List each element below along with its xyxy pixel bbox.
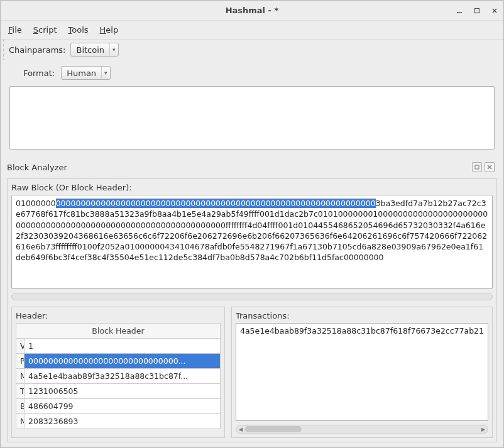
window-title: Hashmal - * [226,6,279,15]
format-combo[interactable]: Human ▾ [61,66,110,80]
dock-controls [472,162,495,172]
header-value: 2083236893 [25,414,221,429]
table-row[interactable]: Bits486604799 [16,399,221,414]
maximize-icon [474,8,480,14]
header-panel: Header: Block Header Version1PrevBlockHa… [11,307,225,438]
svg-rect-1 [475,8,479,13]
header-panel-label: Header: [16,311,221,320]
scroll-right-icon[interactable]: ▶ [479,425,488,433]
transactions-scrollbar[interactable]: ◀ ▶ [236,425,488,434]
raw-block-label: Raw Block (Or Block Header): [11,183,493,192]
header-value: 4a5e1e4baab89f3a32518a88c31bc87f... [25,369,221,384]
header-key: Time [16,384,25,399]
toolbar: Chainparams: Bitcoin ▾ [3,40,503,60]
menu-file[interactable]: File [8,25,22,35]
titlebar: Hashmal - * [1,1,503,21]
transactions-list[interactable]: 4a5e1e4baab89f3a32518a88c31bc87f618f7667… [236,323,488,421]
close-icon [487,165,492,170]
scroll-left-icon[interactable]: ◀ [236,425,245,433]
block-analyzer-header: Block Analyzer [6,161,498,175]
table-row[interactable]: Nonce2083236893 [16,414,221,429]
window-controls [454,1,500,20]
raw-post: 3ba3edfd7a7b12b27ac72c3e67768f617fc81bc3… [16,199,488,262]
maximize-button[interactable] [472,6,482,16]
dock-close-button[interactable] [485,162,495,172]
header-key: Nonce [16,414,25,429]
header-key: Version [16,339,25,354]
transaction-item[interactable]: 4a5e1e4baab89f3a32518a88c31bc87f618f7667… [240,326,484,336]
scroll-thumb[interactable] [245,426,302,432]
block-analyzer-label: Block Analyzer [7,163,67,172]
content-area: Format: Human ▾ Block Analyzer Raw Block… [1,60,503,447]
format-row: Format: Human ▾ [6,63,498,82]
block-header-caption: Block Header [16,324,221,339]
menu-tools[interactable]: Tools [68,25,89,35]
format-label: Format: [23,68,55,78]
chevron-down-icon: ▾ [101,67,107,79]
chainparams-value: Bitcoin [76,45,104,55]
app-window: Hashmal - * File Script Tools Help Chain… [0,0,504,448]
header-key: Bits [16,399,25,414]
header-value: 486604799 [25,399,221,414]
header-value: 1231006505 [25,384,221,399]
chevron-down-icon: ▾ [109,43,116,56]
table-row[interactable]: Version1 [16,339,221,354]
close-icon [491,8,498,14]
chainparams-label: Chainparams: [9,45,65,55]
close-button[interactable] [490,6,500,16]
raw-selected: 0000000000000000000000000000000000000000… [56,199,376,208]
svg-rect-4 [475,165,479,169]
table-row[interactable]: Time1231006505 [16,384,221,399]
chainparams-combo[interactable]: Bitcoin ▾ [70,43,118,57]
header-key: MerkleRootHash [16,369,25,384]
header-key: PrevBlockHash [16,354,25,369]
raw-block-scrollbar[interactable] [11,293,493,300]
minimize-icon [456,8,463,14]
raw-pre: 01000000 [16,199,56,208]
header-value: 000000000000000000000000000000... [25,354,221,369]
transactions-label: Transactions: [236,311,488,320]
menu-script[interactable]: Script [33,25,57,35]
dock-float-button[interactable] [472,162,482,172]
table-row[interactable]: PrevBlockHash000000000000000000000000000… [16,354,221,369]
table-row[interactable]: MerkleRootHash4a5e1e4baab89f3a32518a88c3… [16,369,221,384]
block-analyzer-panel: Raw Block (Or Block Header): 01000000000… [7,178,497,442]
menubar: File Script Tools Help [1,21,503,40]
header-value: 1 [25,339,221,354]
minimize-button[interactable] [454,6,464,16]
float-icon [474,165,479,170]
raw-block-textarea[interactable]: 0100000000000000000000000000000000000000… [11,195,493,289]
script-textarea[interactable] [9,86,495,150]
analyzer-lower: Header: Block Header Version1PrevBlockHa… [11,307,493,438]
transactions-panel: Transactions: 4a5e1e4baab89f3a32518a88c3… [231,307,493,438]
block-header-table: Block Header Version1PrevBlockHash000000… [16,323,221,429]
menu-help[interactable]: Help [100,25,119,35]
format-value: Human [67,68,96,78]
